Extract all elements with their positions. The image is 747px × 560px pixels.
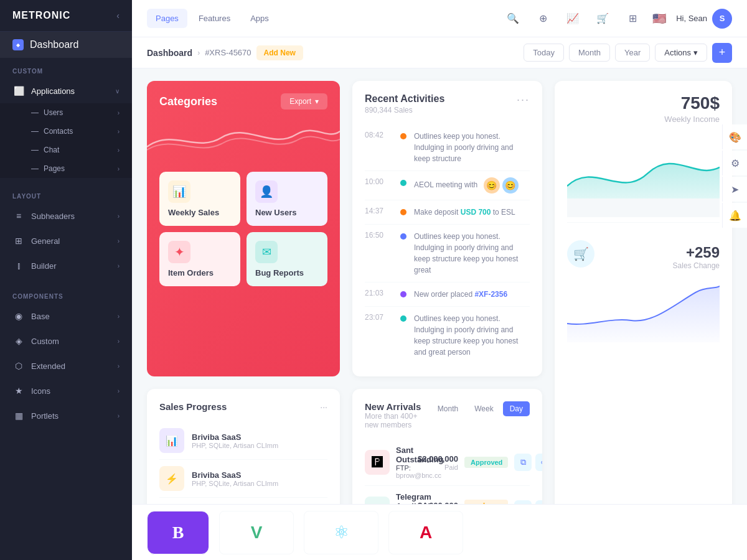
topnav-pages[interactable]: Pages: [147, 9, 187, 28]
activity-dot-2: [400, 180, 406, 186]
category-new-users[interactable]: 👤 New Users: [247, 172, 327, 226]
activity-text-1: Outlines keep you honest. Indulging in p…: [414, 131, 530, 164]
sidebar-item-users[interactable]: —Users ›: [0, 103, 132, 122]
sidebar-item-general[interactable]: ⊞ General ›: [0, 228, 132, 253]
activity-item-1: 08:42 Outlines keep you honest. Indulgin…: [365, 124, 530, 171]
breadcrumb-area: Dashboard › #XRS-45670 Add New: [147, 45, 303, 60]
arrival-actions-1: ⧉ ✏ 🗑: [514, 454, 542, 471]
weekly-sales-label: Weekly Sales: [168, 208, 232, 217]
sidebar-item-builder[interactable]: ⫿ Builder ›: [0, 253, 132, 278]
actions-button[interactable]: Actions ▾: [655, 44, 707, 62]
topnav-features[interactable]: Features: [190, 9, 239, 28]
topnav-links: Pages Features Apps: [147, 9, 278, 28]
activity-text-3: Make deposit USD 700 to ESL: [414, 207, 530, 218]
activity-time-5: 21:03: [365, 289, 393, 297]
sidebar-item-custom[interactable]: ◈ Custom ›: [0, 329, 132, 353]
applications-icon: ⬜: [12, 85, 25, 97]
activity-dot-6: [400, 315, 406, 322]
arrivals-header: New Arrivals More than 400+ new members …: [365, 401, 530, 437]
framework-vue[interactable]: V: [219, 511, 294, 554]
framework-angular[interactable]: A: [388, 511, 463, 554]
sidebar-item-extended[interactable]: ⬡ Extended ›: [0, 353, 132, 378]
weekly-income-label: Weekly Income: [567, 114, 720, 124]
sidebar-item-pages[interactable]: —Pages ›: [0, 159, 132, 178]
year-button[interactable]: Year: [615, 44, 650, 62]
activity-text-6: Outlines keep you honest. Indulging in p…: [414, 313, 530, 358]
topnav-apps[interactable]: Apps: [242, 9, 278, 28]
sidebar-item-portlets[interactable]: ▦ Portlets ›: [0, 403, 132, 428]
sidebar-item-base[interactable]: ◉ Base ›: [0, 304, 132, 329]
arrivals-month-tab[interactable]: Month: [431, 401, 465, 416]
edit-icon-1[interactable]: ✏: [535, 454, 542, 471]
sidebar-item-chat[interactable]: —Chat ›: [0, 141, 132, 159]
activity-time-4: 16:50: [365, 231, 393, 240]
sales-name-2: Briviba SaaS: [192, 470, 327, 480]
arrivals-day-tab[interactable]: Day: [503, 401, 530, 416]
subheader: Dashboard › #XRS-45670 Add New Today Mon…: [132, 37, 747, 68]
category-bug-reports[interactable]: ✉ Bug Reports: [247, 232, 327, 286]
sales-menu-icon[interactable]: ···: [320, 402, 327, 412]
category-weekly-sales[interactable]: 📊 Weekly Sales: [159, 172, 240, 226]
grid-icon[interactable]: ⊞: [622, 9, 642, 29]
sales-progress-title: Sales Progress: [159, 401, 227, 412]
today-button[interactable]: Today: [524, 44, 564, 62]
sidebar-item-icons[interactable]: ★ Icons ›: [0, 378, 132, 403]
chart-icon[interactable]: 📈: [563, 9, 583, 29]
activity-dot-3: [400, 209, 406, 215]
actions-chevron-icon: ▾: [693, 48, 698, 57]
wave-chart: [147, 116, 340, 166]
activity-item-6: 23:07 Outlines keep you honest. Indulgin…: [365, 307, 530, 364]
add-new-button[interactable]: Add New: [256, 45, 303, 60]
activity-time-2: 10:00: [365, 177, 393, 186]
framework-bootstrap[interactable]: B: [147, 511, 209, 554]
activities-menu-icon[interactable]: ···: [517, 93, 530, 106]
arrivals-week-tab[interactable]: Week: [467, 401, 500, 416]
framework-react[interactable]: ⚛: [304, 511, 378, 554]
builder-label: Builder: [31, 261, 56, 271]
activity-text-5: New order placed #XF-2356: [414, 289, 530, 300]
export-button[interactable]: Export ▾: [281, 93, 327, 110]
right-notification-icon[interactable]: 🔔: [722, 203, 747, 228]
sidebar-dashboard[interactable]: Dashboard: [0, 32, 132, 58]
sidebar-item-contacts[interactable]: —Contacts ›: [0, 122, 132, 141]
share-icon[interactable]: ⊕: [533, 9, 553, 29]
cart-icon[interactable]: 🛒: [593, 9, 613, 29]
weekly-income-chart: [567, 136, 720, 217]
user-avatar: S: [712, 9, 732, 29]
right-palette-icon[interactable]: 🎨: [722, 124, 747, 149]
weekly-sales-icon: 📊: [168, 180, 190, 203]
month-button[interactable]: Month: [569, 44, 610, 62]
sidebar-item-subheaders[interactable]: ≡ Subheaders ›: [0, 203, 132, 228]
activities-card: Recent Activities 890,344 Sales ··· 08:4…: [352, 81, 542, 376]
sales-name-1: Briviba SaaS: [192, 432, 327, 442]
activity-time-1: 08:42: [365, 131, 393, 139]
right-send-icon[interactable]: ➤: [722, 177, 747, 202]
category-item-orders[interactable]: ✦ Item Orders: [159, 232, 240, 286]
arrivals-title: New Arrivals: [365, 401, 431, 412]
deposit-link[interactable]: USD 700: [461, 208, 491, 217]
activities-title: Recent Activities: [365, 93, 444, 105]
flag-icon[interactable]: 🇺🇸: [652, 12, 666, 26]
breadcrumb-id: #XRS-45670: [205, 48, 251, 57]
sidebar-item-applications[interactable]: ⬜ Applications ∨: [0, 78, 132, 103]
subheaders-label: Subheaders: [31, 212, 75, 221]
new-users-icon: 👤: [255, 180, 278, 203]
add-button[interactable]: +: [712, 43, 732, 63]
right-sidebar-icons: 🎨 ⚙ ➤ 🔔: [722, 124, 747, 228]
sidebar-collapse-icon[interactable]: ‹: [116, 11, 120, 21]
right-settings-icon[interactable]: ⚙: [722, 151, 747, 175]
arrival-icon-1: 🅿: [365, 450, 390, 475]
search-icon[interactable]: 🔍: [503, 9, 523, 29]
arrivals-period-tabs: Month Week Day: [431, 401, 530, 416]
activity-dot-1: [400, 133, 406, 139]
activity-item-3: 14:37 Make deposit USD 700 to ESL: [365, 200, 530, 225]
chart-divider: [567, 222, 720, 223]
user-info[interactable]: Hi, Sean S: [676, 9, 732, 29]
sales-change-label: Sales Change: [673, 261, 720, 270]
order-link[interactable]: #XF-2356: [474, 290, 507, 299]
bug-reports-icon: ✉: [255, 241, 278, 263]
item-orders-label: Item Orders: [168, 268, 232, 278]
copy-icon-1[interactable]: ⧉: [514, 454, 532, 471]
top-navigation: Pages Features Apps 🔍 ⊕ 📈 🛒 ⊞ 🇺🇸 Hi, Sea…: [132, 0, 747, 37]
arrivals-subtitle: More than 400+ new members: [365, 412, 431, 429]
